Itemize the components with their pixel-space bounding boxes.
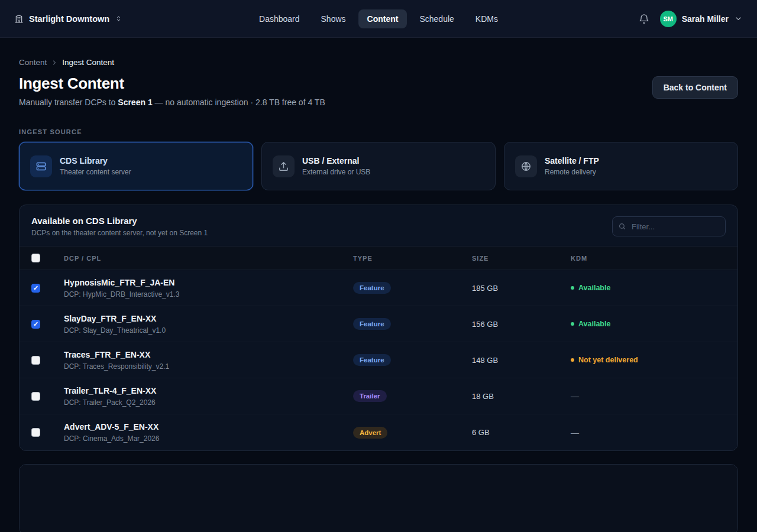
dcp-name: Traces_FTR_F_EN-XX [64,350,353,359]
type-badge: Feature [353,318,391,330]
row-checkbox[interactable] [31,428,40,437]
column-kdm: KDM [571,255,726,262]
dcp-id: DCP: Traces_Responsibility_v2.1 [64,362,353,371]
table-row[interactable]: HypnosisMic_FTR_F_JA-EN DCP: HypMic_DRB_… [20,270,737,306]
panel-subtitle: DCPs on the theater content server, not … [31,229,208,237]
status-dot [571,286,574,290]
type-badge: Advert [353,427,387,439]
table-row[interactable]: Advert_ADV-5_F_EN-XX DCP: Cinema_Ads_Mar… [20,414,737,450]
size-value: 148 GB [472,356,571,365]
filter-box [612,216,726,236]
column-dcp-cpl: DCP / CPL [64,255,353,262]
type-badge: Feature [353,354,391,366]
size-value: 156 GB [472,320,571,329]
column-type: TYPE [353,255,472,262]
source-card-usb-external[interactable]: USB / External External drive or USB [261,142,496,190]
size-value: 185 GB [472,284,571,293]
type-badge: Trailer [353,390,387,402]
dcp-id: DCP: Cinema_Ads_Mar_2026 [64,434,353,443]
page-title: Ingest Content [19,74,325,93]
kdm-status: — [571,391,726,401]
ingest-source-options: CDS Library Theater content server USB /… [19,142,738,190]
breadcrumb-content-link[interactable]: Content [19,58,47,67]
source-title: Satellite / FTP [545,156,599,166]
status-dot [571,358,574,362]
screen-name: Screen 1 [118,98,152,107]
breadcrumb-current: Ingest Content [62,58,114,67]
filter-input[interactable] [612,216,726,236]
nav-item-dashboard[interactable]: Dashboard [250,9,309,28]
dcp-name: SlayDay_FTR_F_EN-XX [64,314,353,323]
avatar: SM [660,11,677,27]
nav-item-kdms[interactable]: KDMs [467,9,507,28]
dcp-name: HypnosisMic_FTR_F_JA-EN [64,278,353,287]
nav-item-schedule[interactable]: Schedule [410,9,462,28]
user-menu[interactable]: SM Sarah Miller [660,11,743,27]
size-value: 18 GB [472,392,571,401]
server-icon [30,155,52,177]
type-badge: Feature [353,282,391,294]
table-row[interactable]: Traces_FTR_F_EN-XX DCP: Traces_Responsib… [20,342,737,378]
select-all-checkbox[interactable] [31,254,40,262]
source-subtitle: Remote delivery [545,168,599,176]
nav-item-shows[interactable]: Shows [312,9,355,28]
chevrons-up-down-icon [115,15,122,22]
source-card-satellite-ftp[interactable]: Satellite / FTP Remote delivery [504,142,738,190]
next-section-panel [19,464,738,532]
source-title: CDS Library [60,156,131,166]
size-value: 6 GB [472,428,571,437]
search-icon [618,222,626,231]
theater-name: Starlight Downtown [29,14,109,24]
kdm-status: Not yet delivered [571,356,726,364]
cds-library-panel: Available on CDS Library DCPs on the the… [19,205,738,451]
column-size: SIZE [472,255,571,262]
notifications-button[interactable] [636,11,652,27]
table-row[interactable]: SlayDay_FTR_F_EN-XX DCP: Slay_Day_Theatr… [20,306,737,342]
source-subtitle: External drive or USB [302,168,370,176]
theater-building-icon [14,14,24,24]
kdm-status: Available [571,320,726,328]
top-navbar: Starlight Downtown Dashboard Shows Conte… [0,0,757,38]
breadcrumb: Content Ingest Content [19,58,738,67]
table-header: DCP / CPL TYPE SIZE KDM [20,246,737,270]
kdm-status: Available [571,284,726,292]
dcp-id: DCP: Slay_Day_Theatrical_v1.0 [64,326,353,335]
back-to-content-button[interactable]: Back to Content [652,76,738,99]
globe-icon [515,155,537,177]
user-name: Sarah Miller [682,14,729,24]
nav-item-content[interactable]: Content [358,9,407,28]
theater-switcher[interactable]: Starlight Downtown [14,14,122,24]
dcp-name: Advert_ADV-5_F_EN-XX [64,422,353,432]
upload-icon [273,155,295,177]
chevron-right-icon [51,59,58,66]
row-checkbox[interactable] [31,320,40,329]
source-subtitle: Theater content server [60,168,131,176]
dcp-name: Trailer_TLR-4_F_EN-XX [64,386,353,395]
status-dot [571,322,574,326]
ingest-source-label: Ingest source [19,128,738,135]
bell-icon [639,14,649,24]
dcp-id: DCP: HypMic_DRB_Interactive_v1.3 [64,290,353,299]
source-card-cds-library[interactable]: CDS Library Theater content server [19,142,253,190]
kdm-status: — [571,428,726,437]
row-checkbox[interactable] [31,284,40,293]
panel-title: Available on CDS Library [31,216,208,226]
chevron-down-icon [734,14,743,23]
table-row[interactable]: Trailer_TLR-4_F_EN-XX DCP: Trailer_Pack_… [20,378,737,414]
source-title: USB / External [302,156,370,166]
dcp-id: DCP: Trailer_Pack_Q2_2026 [64,398,353,407]
row-checkbox[interactable] [31,356,40,365]
main-content: Content Ingest Content Ingest Content Ma… [0,38,757,532]
main-nav: Dashboard Shows Content Schedule KDMs [250,0,507,38]
row-checkbox[interactable] [31,392,40,401]
page-subtitle: Manually transfer DCPs to Screen 1 — no … [19,98,325,107]
